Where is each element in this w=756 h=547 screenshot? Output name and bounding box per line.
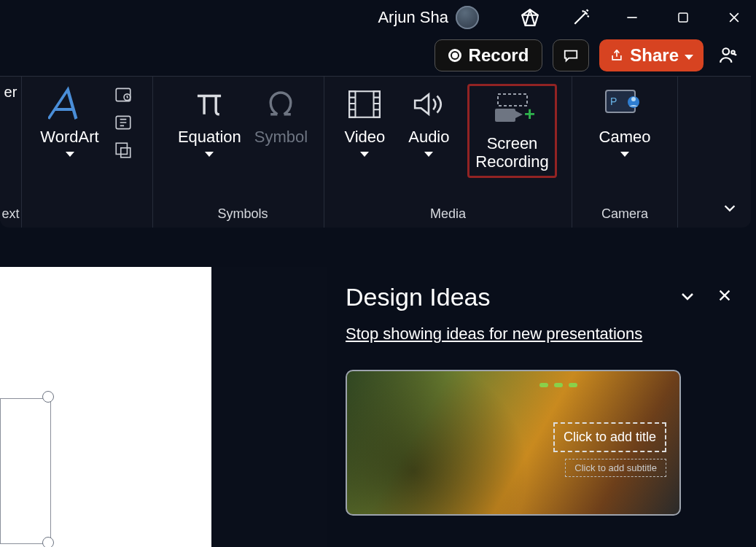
equation-label: Equation (178, 128, 241, 146)
speaker-icon (412, 84, 445, 125)
comments-button[interactable] (553, 39, 589, 71)
audio-button[interactable]: Audio (403, 84, 454, 157)
pi-icon (192, 84, 226, 125)
group-label-camera: Camera (601, 206, 648, 222)
magic-wand-icon[interactable] (566, 3, 596, 32)
omega-icon (264, 84, 297, 125)
svg-text:P: P (610, 96, 617, 107)
maximize-button[interactable] (669, 3, 698, 32)
design-ideas-panel: Design Ideas Stop showing ideas for new … (327, 267, 756, 547)
screen-recording-label: Screen Recording (475, 134, 548, 171)
svg-rect-7 (120, 148, 130, 158)
share-label: Share (630, 45, 679, 66)
cameo-button[interactable]: P Cameo (599, 84, 651, 157)
chevron-down-icon (360, 152, 369, 157)
record-label: Record (469, 45, 529, 66)
symbol-button[interactable]: Symbol (254, 84, 308, 146)
svg-rect-0 (679, 13, 687, 22)
dots-decoration (539, 383, 577, 387)
user-name: Arjun Sha (378, 8, 448, 27)
selection-handle[interactable] (42, 537, 54, 547)
svg-rect-12 (495, 109, 515, 122)
equation-button[interactable]: Equation (178, 84, 241, 157)
svg-rect-11 (498, 94, 527, 106)
chevron-down-icon (66, 152, 74, 157)
record-button[interactable]: Record (434, 39, 543, 71)
symbol-label: Symbol (254, 128, 308, 146)
wordart-label: WordArt (40, 128, 98, 146)
cameo-icon: P (603, 84, 647, 125)
wordart-icon (48, 84, 92, 125)
group-label-media: Media (430, 206, 466, 222)
film-icon (348, 84, 381, 125)
collapse-panel-button[interactable] (679, 287, 696, 308)
chevron-down-icon (205, 152, 214, 157)
user-avatar[interactable] (456, 6, 479, 29)
presence-button[interactable] (714, 39, 743, 71)
svg-point-17 (631, 97, 636, 101)
screen-recording-button[interactable]: + Screen Recording (467, 84, 556, 178)
video-button[interactable]: Video (339, 84, 390, 157)
group-label-text: ext (2, 206, 20, 222)
svg-text:+: + (524, 103, 534, 125)
chevron-down-icon (685, 55, 693, 60)
slide-number-button[interactable] (112, 112, 134, 133)
share-button[interactable]: Share (599, 39, 704, 71)
subtitle-placeholder: Click to add subtitle (565, 459, 666, 477)
close-button[interactable] (720, 3, 749, 32)
record-icon (448, 49, 461, 62)
group-label-symbols: Symbols (217, 206, 268, 222)
selection-box[interactable] (0, 398, 51, 544)
audio-label: Audio (408, 128, 449, 146)
object-button[interactable] (112, 139, 134, 161)
svg-point-1 (722, 48, 729, 55)
design-idea-thumbnail[interactable]: Click to add title Click to add subtitle (346, 370, 681, 516)
chevron-down-icon (424, 152, 433, 157)
svg-rect-6 (116, 143, 127, 154)
wordart-button[interactable]: WordArt (40, 84, 98, 157)
design-ideas-title: Design Ideas (346, 283, 490, 311)
date-time-button[interactable] (112, 84, 134, 106)
chevron-down-icon (620, 152, 629, 157)
premium-icon[interactable] (515, 3, 545, 32)
close-panel-button[interactable] (717, 287, 733, 308)
stop-showing-link[interactable]: Stop showing ideas for new presentations (346, 325, 642, 343)
minimize-button[interactable] (617, 3, 647, 32)
screen-recording-icon: + (491, 90, 534, 131)
truncated-er: er (4, 84, 17, 101)
title-placeholder: Click to add title (553, 422, 666, 452)
selection-handle[interactable] (42, 391, 54, 403)
collapse-ribbon-button[interactable] (722, 200, 738, 219)
cameo-label: Cameo (599, 128, 651, 146)
video-label: Video (344, 128, 385, 146)
slide-canvas[interactable] (0, 267, 327, 547)
